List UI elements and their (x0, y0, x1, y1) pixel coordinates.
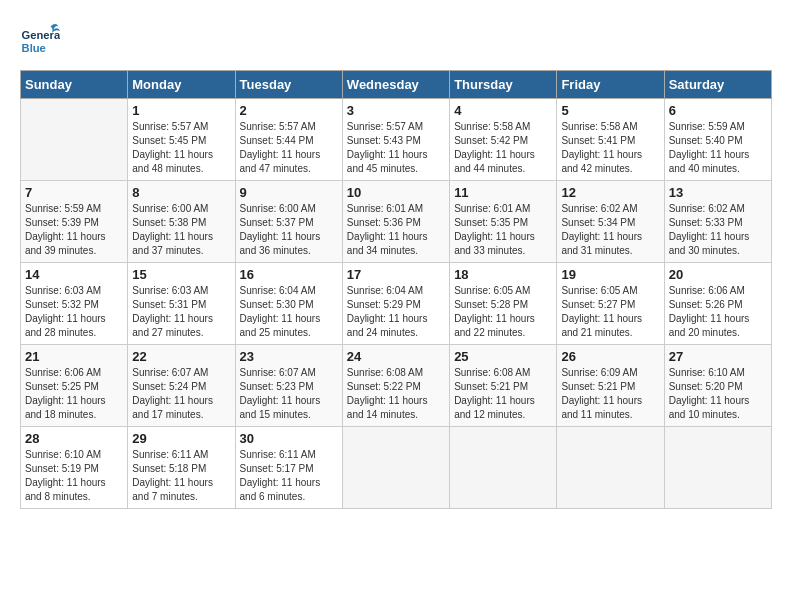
calendar-cell: 9Sunrise: 6:00 AMSunset: 5:37 PMDaylight… (235, 181, 342, 263)
calendar-cell: 6Sunrise: 5:59 AMSunset: 5:40 PMDaylight… (664, 99, 771, 181)
calendar-cell: 17Sunrise: 6:04 AMSunset: 5:29 PMDayligh… (342, 263, 449, 345)
day-number: 25 (454, 349, 552, 364)
calendar-cell: 21Sunrise: 6:06 AMSunset: 5:25 PMDayligh… (21, 345, 128, 427)
day-info: Sunrise: 6:05 AMSunset: 5:27 PMDaylight:… (561, 284, 659, 340)
day-info: Sunrise: 6:08 AMSunset: 5:22 PMDaylight:… (347, 366, 445, 422)
day-number: 27 (669, 349, 767, 364)
day-info: Sunrise: 5:57 AMSunset: 5:45 PMDaylight:… (132, 120, 230, 176)
calendar-cell: 18Sunrise: 6:05 AMSunset: 5:28 PMDayligh… (450, 263, 557, 345)
day-info: Sunrise: 6:05 AMSunset: 5:28 PMDaylight:… (454, 284, 552, 340)
day-info: Sunrise: 5:59 AMSunset: 5:39 PMDaylight:… (25, 202, 123, 258)
day-number: 23 (240, 349, 338, 364)
header-day-wednesday: Wednesday (342, 71, 449, 99)
day-info: Sunrise: 6:08 AMSunset: 5:21 PMDaylight:… (454, 366, 552, 422)
day-number: 13 (669, 185, 767, 200)
day-number: 28 (25, 431, 123, 446)
day-info: Sunrise: 6:02 AMSunset: 5:34 PMDaylight:… (561, 202, 659, 258)
day-number: 5 (561, 103, 659, 118)
week-row-2: 7Sunrise: 5:59 AMSunset: 5:39 PMDaylight… (21, 181, 772, 263)
calendar-cell (450, 427, 557, 509)
calendar-cell (664, 427, 771, 509)
calendar-cell: 29Sunrise: 6:11 AMSunset: 5:18 PMDayligh… (128, 427, 235, 509)
day-info: Sunrise: 6:01 AMSunset: 5:36 PMDaylight:… (347, 202, 445, 258)
day-info: Sunrise: 6:07 AMSunset: 5:24 PMDaylight:… (132, 366, 230, 422)
day-number: 18 (454, 267, 552, 282)
header-day-thursday: Thursday (450, 71, 557, 99)
day-info: Sunrise: 6:07 AMSunset: 5:23 PMDaylight:… (240, 366, 338, 422)
day-number: 1 (132, 103, 230, 118)
day-info: Sunrise: 6:03 AMSunset: 5:32 PMDaylight:… (25, 284, 123, 340)
day-number: 16 (240, 267, 338, 282)
day-number: 26 (561, 349, 659, 364)
calendar-cell: 19Sunrise: 6:05 AMSunset: 5:27 PMDayligh… (557, 263, 664, 345)
day-number: 29 (132, 431, 230, 446)
calendar-cell: 4Sunrise: 5:58 AMSunset: 5:42 PMDaylight… (450, 99, 557, 181)
day-number: 21 (25, 349, 123, 364)
day-number: 9 (240, 185, 338, 200)
calendar-cell: 26Sunrise: 6:09 AMSunset: 5:21 PMDayligh… (557, 345, 664, 427)
calendar-cell: 10Sunrise: 6:01 AMSunset: 5:36 PMDayligh… (342, 181, 449, 263)
calendar-cell (557, 427, 664, 509)
day-info: Sunrise: 6:10 AMSunset: 5:20 PMDaylight:… (669, 366, 767, 422)
calendar-cell: 24Sunrise: 6:08 AMSunset: 5:22 PMDayligh… (342, 345, 449, 427)
calendar-cell: 27Sunrise: 6:10 AMSunset: 5:20 PMDayligh… (664, 345, 771, 427)
day-info: Sunrise: 6:09 AMSunset: 5:21 PMDaylight:… (561, 366, 659, 422)
day-info: Sunrise: 5:57 AMSunset: 5:43 PMDaylight:… (347, 120, 445, 176)
day-info: Sunrise: 6:04 AMSunset: 5:29 PMDaylight:… (347, 284, 445, 340)
day-info: Sunrise: 5:58 AMSunset: 5:41 PMDaylight:… (561, 120, 659, 176)
calendar-cell: 25Sunrise: 6:08 AMSunset: 5:21 PMDayligh… (450, 345, 557, 427)
calendar-cell: 1Sunrise: 5:57 AMSunset: 5:45 PMDaylight… (128, 99, 235, 181)
svg-text:General: General (22, 29, 60, 41)
calendar-cell: 3Sunrise: 5:57 AMSunset: 5:43 PMDaylight… (342, 99, 449, 181)
calendar-table: SundayMondayTuesdayWednesdayThursdayFrid… (20, 70, 772, 509)
header-day-saturday: Saturday (664, 71, 771, 99)
calendar-cell: 20Sunrise: 6:06 AMSunset: 5:26 PMDayligh… (664, 263, 771, 345)
day-number: 11 (454, 185, 552, 200)
day-number: 19 (561, 267, 659, 282)
day-number: 17 (347, 267, 445, 282)
day-info: Sunrise: 5:58 AMSunset: 5:42 PMDaylight:… (454, 120, 552, 176)
svg-text:Blue: Blue (22, 42, 46, 54)
calendar-cell: 12Sunrise: 6:02 AMSunset: 5:34 PMDayligh… (557, 181, 664, 263)
page-header: General Blue (20, 20, 772, 60)
calendar-cell (21, 99, 128, 181)
calendar-cell (342, 427, 449, 509)
calendar-header-row: SundayMondayTuesdayWednesdayThursdayFrid… (21, 71, 772, 99)
day-number: 2 (240, 103, 338, 118)
day-info: Sunrise: 6:00 AMSunset: 5:37 PMDaylight:… (240, 202, 338, 258)
day-number: 7 (25, 185, 123, 200)
day-number: 6 (669, 103, 767, 118)
day-info: Sunrise: 6:06 AMSunset: 5:25 PMDaylight:… (25, 366, 123, 422)
day-number: 24 (347, 349, 445, 364)
header-day-friday: Friday (557, 71, 664, 99)
day-info: Sunrise: 5:59 AMSunset: 5:40 PMDaylight:… (669, 120, 767, 176)
calendar-cell: 15Sunrise: 6:03 AMSunset: 5:31 PMDayligh… (128, 263, 235, 345)
day-number: 4 (454, 103, 552, 118)
header-day-sunday: Sunday (21, 71, 128, 99)
calendar-cell: 13Sunrise: 6:02 AMSunset: 5:33 PMDayligh… (664, 181, 771, 263)
day-info: Sunrise: 6:00 AMSunset: 5:38 PMDaylight:… (132, 202, 230, 258)
day-number: 22 (132, 349, 230, 364)
day-info: Sunrise: 6:11 AMSunset: 5:18 PMDaylight:… (132, 448, 230, 504)
day-number: 10 (347, 185, 445, 200)
day-info: Sunrise: 6:06 AMSunset: 5:26 PMDaylight:… (669, 284, 767, 340)
day-number: 12 (561, 185, 659, 200)
day-info: Sunrise: 6:02 AMSunset: 5:33 PMDaylight:… (669, 202, 767, 258)
header-day-monday: Monday (128, 71, 235, 99)
logo-icon: General Blue (20, 20, 60, 60)
week-row-3: 14Sunrise: 6:03 AMSunset: 5:32 PMDayligh… (21, 263, 772, 345)
calendar-cell: 8Sunrise: 6:00 AMSunset: 5:38 PMDaylight… (128, 181, 235, 263)
day-number: 20 (669, 267, 767, 282)
calendar-cell: 22Sunrise: 6:07 AMSunset: 5:24 PMDayligh… (128, 345, 235, 427)
day-number: 30 (240, 431, 338, 446)
day-info: Sunrise: 5:57 AMSunset: 5:44 PMDaylight:… (240, 120, 338, 176)
day-info: Sunrise: 6:04 AMSunset: 5:30 PMDaylight:… (240, 284, 338, 340)
calendar-cell: 23Sunrise: 6:07 AMSunset: 5:23 PMDayligh… (235, 345, 342, 427)
day-info: Sunrise: 6:10 AMSunset: 5:19 PMDaylight:… (25, 448, 123, 504)
day-number: 3 (347, 103, 445, 118)
calendar-cell: 11Sunrise: 6:01 AMSunset: 5:35 PMDayligh… (450, 181, 557, 263)
day-info: Sunrise: 6:01 AMSunset: 5:35 PMDaylight:… (454, 202, 552, 258)
day-number: 14 (25, 267, 123, 282)
header-day-tuesday: Tuesday (235, 71, 342, 99)
calendar-cell: 2Sunrise: 5:57 AMSunset: 5:44 PMDaylight… (235, 99, 342, 181)
